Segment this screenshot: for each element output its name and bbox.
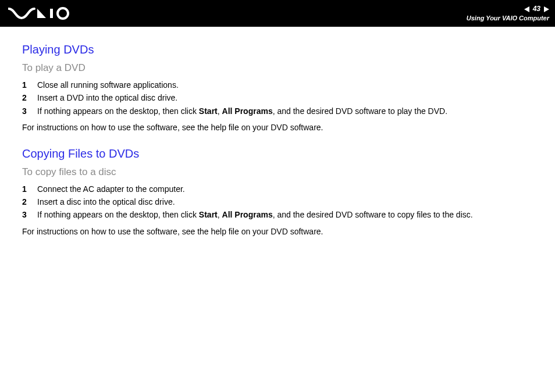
step-number: 1 [22, 79, 37, 91]
step-number: 2 [22, 195, 37, 208]
text-run: , [218, 106, 222, 116]
text-run: If nothing appears on the desktop, then … [37, 210, 199, 219]
header-bar: 43 Using Your VAIO Computer [0, 0, 555, 27]
step-text: Close all running software applications. [37, 79, 533, 91]
section-title: Copying Files to DVDs [22, 147, 533, 161]
step-number: 2 [22, 91, 37, 104]
step-text: Connect the AC adapter to the computer. [37, 183, 533, 195]
step-number: 1 [22, 183, 37, 195]
section-note: For instructions on how to use the softw… [22, 225, 533, 238]
step-number: 3 [22, 208, 37, 221]
page-content: Playing DVDs To play a DVD 1 Close all r… [0, 27, 555, 238]
bold-text: All Programs [222, 210, 273, 219]
bold-text: All Programs [222, 106, 273, 116]
text-run: , and the desired DVD software to copy f… [273, 210, 473, 219]
step-number: 3 [22, 105, 37, 117]
next-page-icon[interactable] [544, 6, 549, 12]
step-item: 1 Close all running software application… [22, 79, 533, 91]
step-text: Insert a disc into the optical disc driv… [37, 195, 533, 208]
svg-point-1 [58, 8, 68, 19]
bold-text: Start [199, 210, 218, 219]
text-run: If nothing appears on the desktop, then … [37, 106, 199, 116]
bold-text: Start [199, 106, 218, 116]
step-item: 2 Insert a disc into the optical disc dr… [22, 195, 533, 208]
section-name: Using Your VAIO Computer [467, 14, 549, 22]
step-item: 3 If nothing appears on the desktop, the… [22, 208, 533, 221]
section-note: For instructions on how to use the softw… [22, 121, 533, 134]
svg-rect-0 [50, 9, 53, 18]
step-text: If nothing appears on the desktop, then … [37, 208, 533, 221]
vaio-logo [8, 0, 72, 27]
step-item: 3 If nothing appears on the desktop, the… [22, 105, 533, 117]
text-run: , [218, 210, 222, 219]
page-number: 43 [533, 5, 540, 14]
header-right: 43 Using Your VAIO Computer [467, 5, 549, 22]
text-run: , and the desired DVD software to play t… [273, 106, 447, 116]
step-list: 1 Connect the AC adapter to the computer… [22, 183, 533, 222]
step-item: 1 Connect the AC adapter to the computer… [22, 183, 533, 195]
step-text: If nothing appears on the desktop, then … [37, 105, 533, 117]
step-text: Insert a DVD into the optical disc drive… [37, 91, 533, 104]
section-subtitle: To copy files to a disc [22, 166, 533, 178]
step-item: 2 Insert a DVD into the optical disc dri… [22, 91, 533, 104]
section-subtitle: To play a DVD [22, 62, 533, 74]
prev-page-icon[interactable] [524, 6, 529, 12]
step-list: 1 Close all running software application… [22, 79, 533, 117]
section-title: Playing DVDs [22, 43, 533, 56]
